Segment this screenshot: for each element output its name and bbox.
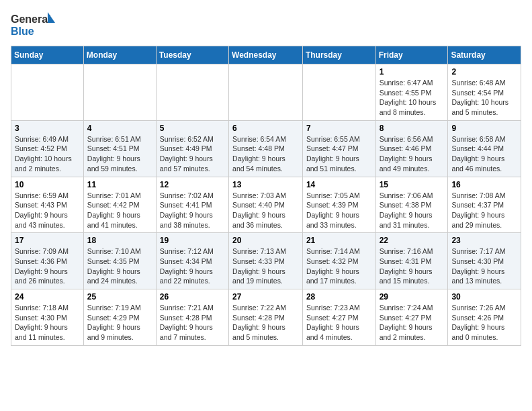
day-number: 24 <box>15 292 80 302</box>
calendar-cell: 10Sunrise: 6:59 AM Sunset: 4:43 PM Dayli… <box>11 177 84 233</box>
day-of-week-header: Monday <box>83 46 156 64</box>
calendar-header-row: SundayMondayTuesdayWednesdayThursdayFrid… <box>11 46 521 64</box>
calendar-cell <box>83 64 156 121</box>
day-number: 23 <box>451 236 517 245</box>
svg-text:General: General <box>11 13 51 25</box>
day-info: Sunrise: 6:51 AM Sunset: 4:51 PM Dayligh… <box>87 134 152 174</box>
calendar-cell: 5Sunrise: 6:52 AM Sunset: 4:49 PM Daylig… <box>156 120 228 177</box>
calendar-cell: 13Sunrise: 7:03 AM Sunset: 4:40 PM Dayli… <box>229 177 303 233</box>
calendar-cell <box>156 64 228 121</box>
calendar-cell: 1Sunrise: 6:47 AM Sunset: 4:55 PM Daylig… <box>375 64 448 121</box>
day-info: Sunrise: 6:47 AM Sunset: 4:55 PM Dayligh… <box>380 78 445 118</box>
day-info: Sunrise: 7:13 AM Sunset: 4:33 PM Dayligh… <box>232 246 299 286</box>
day-number: 13 <box>232 180 299 189</box>
calendar-cell: 29Sunrise: 7:24 AM Sunset: 4:27 PM Dayli… <box>375 289 448 346</box>
calendar-table: SundayMondayTuesdayWednesdayThursdayFrid… <box>11 46 521 346</box>
day-number: 15 <box>380 180 445 189</box>
calendar-cell: 14Sunrise: 7:05 AM Sunset: 4:39 PM Dayli… <box>302 177 375 233</box>
day-number: 10 <box>15 180 80 189</box>
day-number: 18 <box>87 236 152 245</box>
calendar-cell: 8Sunrise: 6:56 AM Sunset: 4:46 PM Daylig… <box>375 120 448 177</box>
day-number: 14 <box>306 180 372 189</box>
day-number: 1 <box>380 67 445 77</box>
calendar-cell: 22Sunrise: 7:16 AM Sunset: 4:31 PM Dayli… <box>375 233 448 289</box>
calendar-cell: 27Sunrise: 7:22 AM Sunset: 4:28 PM Dayli… <box>229 289 303 346</box>
day-info: Sunrise: 6:54 AM Sunset: 4:48 PM Dayligh… <box>232 134 299 174</box>
day-info: Sunrise: 7:26 AM Sunset: 4:26 PM Dayligh… <box>451 303 517 342</box>
calendar-cell: 23Sunrise: 7:17 AM Sunset: 4:30 PM Dayli… <box>448 233 521 289</box>
day-number: 25 <box>87 292 152 302</box>
calendar-cell: 12Sunrise: 7:02 AM Sunset: 4:41 PM Dayli… <box>156 177 228 233</box>
day-number: 27 <box>232 292 299 302</box>
calendar-cell <box>11 64 84 121</box>
day-info: Sunrise: 6:55 AM Sunset: 4:47 PM Dayligh… <box>306 134 372 174</box>
day-info: Sunrise: 7:22 AM Sunset: 4:28 PM Dayligh… <box>232 303 299 342</box>
day-number: 7 <box>306 124 372 133</box>
day-of-week-header: Tuesday <box>156 46 228 64</box>
calendar-cell: 24Sunrise: 7:18 AM Sunset: 4:30 PM Dayli… <box>11 289 84 346</box>
day-number: 5 <box>160 124 225 133</box>
day-number: 20 <box>232 236 299 245</box>
calendar-cell: 4Sunrise: 6:51 AM Sunset: 4:51 PM Daylig… <box>83 120 156 177</box>
day-number: 16 <box>451 180 517 189</box>
calendar-cell: 20Sunrise: 7:13 AM Sunset: 4:33 PM Dayli… <box>229 233 303 289</box>
calendar-cell: 30Sunrise: 7:26 AM Sunset: 4:26 PM Dayli… <box>448 289 521 346</box>
svg-text:Blue: Blue <box>11 26 34 37</box>
day-number: 8 <box>380 124 445 133</box>
day-number: 2 <box>451 67 517 77</box>
day-number: 9 <box>451 124 517 133</box>
day-number: 11 <box>87 180 152 189</box>
day-info: Sunrise: 7:23 AM Sunset: 4:27 PM Dayligh… <box>306 303 372 342</box>
day-info: Sunrise: 7:06 AM Sunset: 4:38 PM Dayligh… <box>380 191 445 230</box>
day-number: 30 <box>451 292 517 302</box>
calendar-cell: 26Sunrise: 7:21 AM Sunset: 4:28 PM Dayli… <box>156 289 228 346</box>
day-info: Sunrise: 7:16 AM Sunset: 4:31 PM Dayligh… <box>380 246 445 286</box>
day-number: 22 <box>380 236 445 245</box>
calendar-cell: 3Sunrise: 6:49 AM Sunset: 4:52 PM Daylig… <box>11 120 84 177</box>
day-info: Sunrise: 7:09 AM Sunset: 4:36 PM Dayligh… <box>15 246 80 286</box>
day-info: Sunrise: 6:48 AM Sunset: 4:54 PM Dayligh… <box>451 78 517 118</box>
calendar-cell <box>302 64 375 121</box>
day-info: Sunrise: 7:12 AM Sunset: 4:34 PM Dayligh… <box>160 246 225 286</box>
day-number: 3 <box>15 124 80 133</box>
calendar-cell: 25Sunrise: 7:19 AM Sunset: 4:29 PM Dayli… <box>83 289 156 346</box>
day-info: Sunrise: 7:17 AM Sunset: 4:30 PM Dayligh… <box>451 246 517 286</box>
calendar-cell: 17Sunrise: 7:09 AM Sunset: 4:36 PM Dayli… <box>11 233 84 289</box>
day-of-week-header: Friday <box>375 46 448 64</box>
day-info: Sunrise: 6:58 AM Sunset: 4:44 PM Dayligh… <box>451 134 517 174</box>
day-of-week-header: Wednesday <box>229 46 303 64</box>
day-number: 4 <box>87 124 152 133</box>
day-info: Sunrise: 7:14 AM Sunset: 4:32 PM Dayligh… <box>306 246 372 286</box>
day-number: 12 <box>160 180 225 189</box>
day-number: 19 <box>160 236 225 245</box>
day-number: 28 <box>306 292 372 302</box>
day-of-week-header: Sunday <box>11 46 84 64</box>
day-info: Sunrise: 7:10 AM Sunset: 4:35 PM Dayligh… <box>87 246 152 286</box>
day-of-week-header: Saturday <box>448 46 521 64</box>
calendar-body: 1Sunrise: 6:47 AM Sunset: 4:55 PM Daylig… <box>11 64 521 346</box>
day-number: 26 <box>160 292 225 302</box>
day-info: Sunrise: 7:01 AM Sunset: 4:42 PM Dayligh… <box>87 191 152 230</box>
day-info: Sunrise: 7:03 AM Sunset: 4:40 PM Dayligh… <box>232 191 299 230</box>
day-number: 29 <box>380 292 445 302</box>
day-info: Sunrise: 6:59 AM Sunset: 4:43 PM Dayligh… <box>15 191 80 230</box>
calendar-cell: 6Sunrise: 6:54 AM Sunset: 4:48 PM Daylig… <box>229 120 303 177</box>
calendar-week-row: 1Sunrise: 6:47 AM Sunset: 4:55 PM Daylig… <box>11 64 521 121</box>
calendar-cell: 2Sunrise: 6:48 AM Sunset: 4:54 PM Daylig… <box>448 64 521 121</box>
day-number: 21 <box>306 236 372 245</box>
day-info: Sunrise: 6:49 AM Sunset: 4:52 PM Dayligh… <box>15 134 80 174</box>
day-info: Sunrise: 7:24 AM Sunset: 4:27 PM Dayligh… <box>380 303 445 342</box>
calendar-cell: 16Sunrise: 7:08 AM Sunset: 4:37 PM Dayli… <box>448 177 521 233</box>
day-of-week-header: Thursday <box>302 46 375 64</box>
calendar-cell: 9Sunrise: 6:58 AM Sunset: 4:44 PM Daylig… <box>448 120 521 177</box>
calendar-week-row: 24Sunrise: 7:18 AM Sunset: 4:30 PM Dayli… <box>11 289 521 346</box>
calendar-week-row: 3Sunrise: 6:49 AM Sunset: 4:52 PM Daylig… <box>11 120 521 177</box>
calendar-cell: 18Sunrise: 7:10 AM Sunset: 4:35 PM Dayli… <box>83 233 156 289</box>
day-number: 17 <box>15 236 80 245</box>
calendar-cell: 19Sunrise: 7:12 AM Sunset: 4:34 PM Dayli… <box>156 233 228 289</box>
logo-svg: GeneralBlue <box>11 11 58 39</box>
day-info: Sunrise: 7:08 AM Sunset: 4:37 PM Dayligh… <box>451 191 517 230</box>
page-header: GeneralBlue <box>11 11 521 39</box>
logo: GeneralBlue <box>11 11 58 39</box>
calendar-cell: 15Sunrise: 7:06 AM Sunset: 4:38 PM Dayli… <box>375 177 448 233</box>
